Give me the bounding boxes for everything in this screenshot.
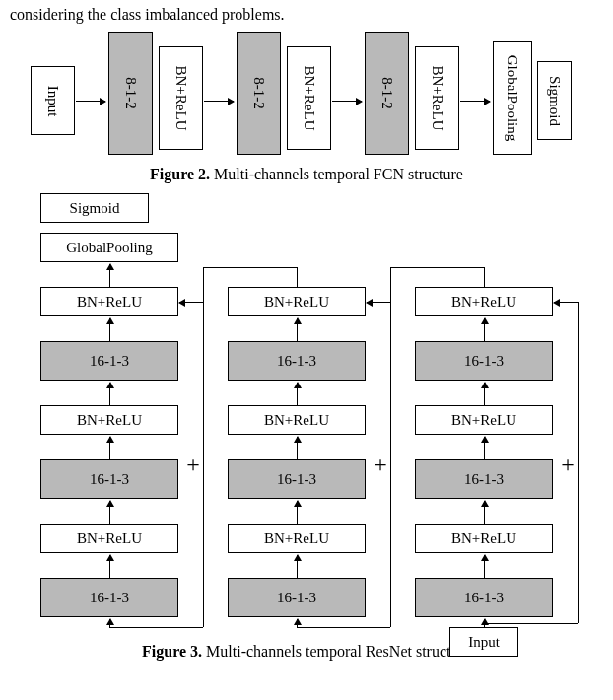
fig2-input-label: Input: [44, 85, 61, 116]
fig3-a-conv3: 16-1-3: [40, 341, 178, 381]
skip-line: [484, 623, 578, 624]
arrow-icon: [204, 101, 234, 102]
fig3-b-bnrelu1: BN+ReLU: [228, 524, 366, 553]
arrow-left-icon: [554, 302, 578, 303]
arrow-up-icon: [484, 555, 485, 578]
plus-icon: +: [374, 452, 387, 478]
fig2-bnrelu2-label: BN+ReLU: [301, 66, 317, 131]
arrow-up-icon: [109, 318, 110, 341]
fig3-a-bnrelu3: BN+ReLU: [40, 287, 178, 316]
fig2-conv3: 8-1-2: [365, 32, 409, 155]
arrow-up-icon: [297, 555, 298, 578]
skip-line: [203, 267, 297, 268]
fig3-b-conv1: 16-1-3: [228, 578, 366, 617]
fig3-c-bnrelu3: BN+ReLU: [415, 287, 553, 316]
arrow-up-icon: [297, 437, 298, 459]
fig3-c-bnrelu1: BN+ReLU: [415, 524, 553, 553]
arrow-left-icon: [367, 302, 390, 303]
fig2-conv2-label: 8-1-2: [250, 77, 267, 109]
skip-line: [484, 267, 485, 287]
arrow-icon: [460, 101, 490, 102]
fig3-a-conv1: 16-1-3: [40, 578, 178, 617]
arrow-up-icon: [109, 437, 110, 459]
fig2-globalpool: GlobalPooling: [493, 41, 532, 155]
fig2-globalpool-label: GlobalPooling: [505, 55, 521, 142]
fig3-sigmoid: Sigmoid: [40, 193, 149, 223]
fig2-bnrelu2: BN+ReLU: [287, 46, 331, 150]
fig3-c-conv3: 16-1-3: [415, 341, 553, 381]
arrow-up-icon: [109, 383, 110, 405]
skip-line: [297, 267, 298, 287]
fig2-sigmoid-label: Sigmoid: [546, 76, 563, 126]
fig2-conv2: 8-1-2: [237, 32, 281, 155]
fig2-conv1: 8-1-2: [108, 32, 153, 155]
arrow-up-icon: [109, 501, 110, 524]
skip-line: [203, 267, 204, 627]
fig3-input-box: Input: [449, 627, 518, 657]
fig3-b-conv2: 16-1-3: [228, 459, 366, 499]
arrow-up-icon: [484, 383, 485, 405]
fig2-conv1-label: 8-1-2: [122, 77, 139, 109]
arrow-up-icon: [297, 318, 298, 341]
plus-icon: +: [561, 452, 575, 478]
skip-line: [109, 627, 203, 628]
fig3-c-conv1: 16-1-3: [415, 578, 553, 617]
arrow-left-icon: [179, 302, 203, 303]
figure-3-caption-text: Multi-channels temporal ResNet structure: [202, 643, 471, 660]
arrow-up-icon: [484, 318, 485, 341]
figure-2-caption: Figure 2. Multi-channels temporal FCN st…: [10, 166, 603, 183]
arrow-up-icon: [297, 383, 298, 405]
fig3-a-bnrelu1: BN+ReLU: [40, 524, 178, 553]
figure-2-caption-prefix: Figure 2.: [150, 166, 210, 182]
arrow-up-icon: [109, 555, 110, 578]
fig2-bnrelu1-label: BN+ReLU: [172, 66, 189, 131]
fig3-a-bnrelu2: BN+ReLU: [40, 405, 178, 435]
figure-2-diagram: Input 8-1-2 BN+ReLU 8-1-2 BN+ReLU 8-1-2 …: [21, 32, 592, 160]
arrow-up-icon: [109, 619, 110, 627]
fig3-globalpool: GlobalPooling: [40, 233, 178, 262]
arrow-icon: [332, 101, 362, 102]
skip-line: [390, 267, 484, 268]
fig3-b-bnrelu2: BN+ReLU: [228, 405, 366, 435]
body-paragraph: considering the class imbalanced problem…: [10, 6, 603, 24]
fig2-bnrelu3: BN+ReLU: [415, 46, 459, 150]
plus-icon: +: [186, 452, 200, 478]
arrow-up-icon: [297, 501, 298, 524]
fig3-c-conv2: 16-1-3: [415, 459, 553, 499]
figure-3-caption-prefix: Figure 3.: [142, 643, 202, 660]
arrow-up-icon: [484, 437, 485, 459]
arrow-icon: [76, 101, 105, 102]
arrow-up-icon: [109, 264, 110, 287]
fig3-c-bnrelu2: BN+ReLU: [415, 405, 553, 435]
arrow-up-icon: [297, 619, 298, 627]
figure-3-diagram: Sigmoid GlobalPooling BN+ReLU 16-1-3 BN+…: [11, 193, 602, 637]
fig3-b-bnrelu3: BN+ReLU: [228, 287, 366, 316]
skip-line: [297, 627, 390, 628]
fig2-sigmoid: Sigmoid: [537, 61, 572, 140]
figure-2-caption-text: Multi-channels temporal FCN structure: [210, 166, 463, 182]
fig3-a-conv2: 16-1-3: [40, 459, 178, 499]
fig2-bnrelu3-label: BN+ReLU: [429, 66, 445, 131]
fig2-conv3-label: 8-1-2: [378, 77, 395, 109]
fig2-bnrelu1: BN+ReLU: [159, 46, 203, 150]
arrow-up-icon: [484, 501, 485, 524]
skip-line: [578, 302, 579, 623]
fig2-input-box: Input: [31, 66, 75, 135]
skip-line: [390, 267, 391, 627]
fig3-b-conv3: 16-1-3: [228, 341, 366, 381]
